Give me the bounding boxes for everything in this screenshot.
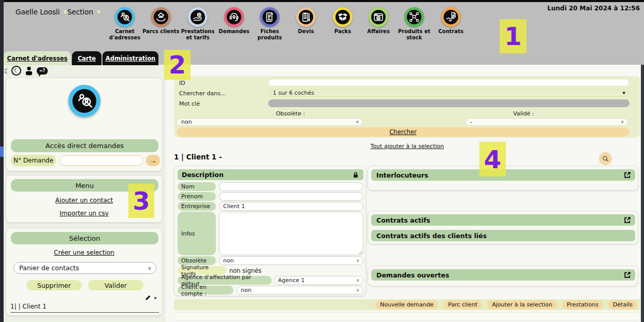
carnet-adresses-icon: [115, 7, 135, 27]
tab-administration[interactable]: Administration: [103, 51, 158, 65]
create-selection-link[interactable]: Créer une selection: [6, 249, 162, 256]
parc-client-button[interactable]: Parc client: [444, 300, 482, 309]
details-button[interactable]: Détails: [608, 300, 637, 309]
window-left-edge: [0, 0, 4, 322]
prestations-icon: [188, 7, 208, 27]
nav-item-produits-stock[interactable]: Produits et stock: [394, 7, 434, 40]
entreprise-label: Entreprise: [178, 202, 216, 211]
nom-label: Nom: [178, 182, 216, 191]
dropdown-arrow-icon: ▼: [623, 91, 625, 95]
nom-input[interactable]: [219, 182, 363, 191]
basket-select[interactable]: Panier de contacts ∨: [13, 262, 156, 274]
footer-action-bar: Nouvelle demande Parc client Ajouter à l…: [174, 299, 640, 310]
description-title: Description: [182, 171, 224, 179]
left-edge-indicator: [0, 147, 4, 157]
expand-icon[interactable]: ▸: [154, 295, 157, 300]
datetime-display: Lundi 20 Mai 2024 à 12:56: [547, 5, 640, 12]
valide-select[interactable]: - ∨: [465, 118, 628, 126]
infos-textarea[interactable]: [219, 212, 363, 255]
external-link-icon[interactable]: [623, 271, 632, 279]
selection-list-item[interactable]: 1| | Client 1: [10, 303, 159, 313]
id-input[interactable]: [268, 79, 630, 86]
description-panel: Description Nom Prénom Entreprise Infos …: [174, 166, 366, 296]
selection-card: Sélection Créer une selection Panier de …: [6, 228, 163, 316]
app-window: Gaelle Loosli ▼ Section ▼ Lundi 20 Mai 2…: [0, 0, 644, 322]
external-link-icon[interactable]: [623, 216, 632, 224]
validate-button[interactable]: Valider: [88, 280, 143, 290]
valide-label: Validé :: [407, 110, 640, 117]
search-icon[interactable]: [599, 152, 612, 165]
nav-item-devis[interactable]: Devis: [286, 7, 326, 35]
nav-item-contrats[interactable]: Contrats: [431, 7, 471, 35]
keyword-input[interactable]: [268, 99, 630, 107]
nav-item-label: Affaires: [359, 28, 398, 35]
nav-item-affaires[interactable]: € Affaires: [359, 7, 398, 35]
help-bubble-icon[interactable]: =?: [37, 67, 48, 75]
nav-item-packs[interactable]: Packs: [323, 7, 362, 35]
interlocuteurs-title: Interlocuteurs: [376, 171, 428, 179]
demandes-ouvertes-header: Demandes ouvertes: [371, 269, 635, 281]
tab-carte[interactable]: Carte: [72, 51, 101, 65]
pencil-icon[interactable]: [144, 294, 152, 301]
demande-number-label: N° Demande: [11, 155, 56, 166]
delete-button[interactable]: Supprimer: [26, 280, 82, 290]
nouvelle-demande-button[interactable]: Nouvelle demande: [375, 300, 438, 309]
ajouter-selection-button[interactable]: Ajouter à la selection: [487, 300, 557, 309]
agence-select[interactable]: Agence 1 ∨: [274, 276, 363, 285]
obsolete-select-value: non: [181, 119, 192, 125]
nav-item-label: Produits et stock: [394, 28, 434, 40]
contrats-lies-header: Contrats actifs des clients liés: [371, 230, 635, 241]
add-contact-link[interactable]: Ajouter un contact: [6, 197, 162, 204]
scope-select-value: 1 sur 6 cochés: [273, 90, 314, 96]
add-all-to-selection-link[interactable]: Tout ajouter à la selection: [174, 143, 640, 150]
compte-select[interactable]: non ∨: [237, 286, 363, 295]
lock-icon: [352, 171, 359, 179]
quick-access-card: Accès direct demandes N° Demande →: [6, 78, 163, 171]
nav-item-label: Demandes: [214, 28, 254, 35]
compress-icon[interactable]: ↘↙↗↖: [1, 67, 8, 75]
user-name: Gaelle Loosli: [16, 8, 60, 16]
demandes-icon: [224, 7, 244, 27]
produits-stock-icon: [404, 7, 424, 27]
nav-item-carnet-adresses[interactable]: Carnet d'adresses: [105, 7, 144, 40]
import-csv-link[interactable]: Importer un csv: [6, 210, 162, 217]
id-label: ID: [179, 80, 185, 86]
search-submit-button[interactable]: Chercher: [177, 127, 630, 137]
tab-carnet-adresses[interactable]: Carnet d'adresses: [4, 51, 71, 65]
nav-item-demandes[interactable]: Demandes: [214, 7, 254, 35]
obsolete-label: Obsolète :: [174, 110, 407, 117]
demande-number-input[interactable]: [60, 155, 143, 166]
nav-item-prestations[interactable]: Prestations et tarifs: [178, 7, 217, 40]
description-header: Description: [178, 169, 363, 180]
packs-icon: [333, 7, 353, 27]
obsolete-select[interactable]: non ∨: [177, 118, 363, 126]
bottom-spacer-row: [174, 312, 640, 320]
scope-select[interactable]: 1 sur 6 cochés ▼: [268, 89, 630, 97]
menu-title: Menu: [11, 179, 158, 192]
agence-value: Agence 1: [278, 277, 305, 284]
section-menu[interactable]: Section ▼: [67, 8, 100, 16]
avatar: [68, 85, 100, 117]
interlocuteurs-header: Interlocuteurs: [371, 169, 635, 181]
nav-item-label: Parcs clients: [141, 28, 181, 35]
nav-item-fiches-produits[interactable]: $ Fiches produits: [250, 7, 289, 40]
resize-handle-icon[interactable]: [358, 250, 363, 255]
user-menu[interactable]: Gaelle Loosli ▼: [16, 8, 67, 16]
nav-item-parcs-clients[interactable]: Parcs clients: [141, 7, 181, 35]
quick-access-title: Accès direct demandes: [11, 139, 158, 152]
chevron-down-icon: ▼: [63, 9, 67, 14]
compte-value: non: [241, 287, 252, 294]
contact-icon[interactable]: [24, 66, 34, 76]
valide-select-value: -: [470, 119, 472, 125]
demande-submit-button[interactable]: →: [146, 155, 160, 166]
dark-mode-icon[interactable]: ☾: [11, 66, 21, 76]
external-link-icon[interactable]: [623, 171, 632, 179]
chevron-down-icon: ∨: [356, 278, 359, 283]
parcs-clients-icon: [151, 7, 171, 27]
desc-obsolete-select[interactable]: non ∨: [219, 256, 363, 265]
entreprise-input[interactable]: [219, 202, 363, 211]
prestations-button[interactable]: Prestations: [562, 300, 603, 309]
desc-obsolete-value: non: [223, 257, 234, 264]
prenom-input[interactable]: [219, 192, 363, 201]
svg-text:€: €: [377, 16, 379, 20]
